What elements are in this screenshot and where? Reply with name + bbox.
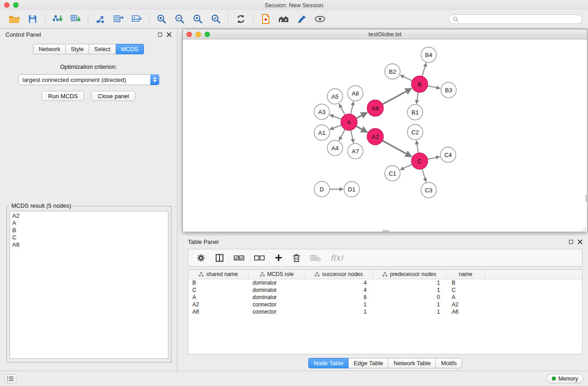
zoom-in-button[interactable] [153,11,171,27]
column-header-name[interactable]: name [446,270,485,279]
table-cell[interactable]: A [446,294,485,300]
graph-edge-A-A2[interactable] [356,126,368,133]
select-all-columns-button[interactable] [234,253,244,262]
graph-edge-C-C1[interactable] [400,164,412,170]
close-panel-button[interactable]: Close panel [91,91,135,101]
table-cell[interactable]: B [446,280,485,286]
tab-style[interactable]: Style [66,44,89,54]
export-table-button[interactable] [110,11,128,27]
graph-edge-A6-B[interactable] [382,89,412,105]
table-cell[interactable]: dominator [249,294,305,300]
zoom-fit-button[interactable] [189,11,207,27]
show-hide-button[interactable] [311,11,329,27]
graph-edge-A-A5[interactable] [339,104,345,115]
open-session-button[interactable] [5,11,24,27]
graph-node-C2[interactable]: C2 [407,124,423,140]
search-input[interactable] [461,16,578,22]
graph-node-A5[interactable]: A5 [327,89,343,104]
graph-node-A8[interactable]: A8 [348,86,363,101]
graph-node-A[interactable]: A [341,114,357,130]
network-canvas-svg[interactable]: B4B2BB3A5A8A6A3B1AA1C2A2A4A7C4CC1DD1C3 [183,40,587,232]
tab-select[interactable]: Select [89,44,116,54]
column-header-shared-name[interactable]: shared name [188,270,249,279]
graph-node-B4[interactable]: B4 [421,47,436,62]
result-item[interactable]: B [12,227,166,234]
export-network-button[interactable] [91,11,110,27]
zoom-window-icon[interactable] [13,2,19,8]
table-cell[interactable]: A [188,294,249,300]
graph-node-C4[interactable]: C4 [440,147,456,162]
table-cell[interactable]: 0 [373,294,446,300]
graph-edge-A-A7[interactable] [351,130,354,143]
tab-motifs[interactable]: Motifs [436,358,462,368]
graph-edge-B-B4[interactable] [422,63,426,76]
create-column-button[interactable] [274,253,283,262]
tab-edge-table[interactable]: Edge Table [349,358,388,368]
table-row[interactable]: Bdominator41B [188,279,582,286]
import-network-button[interactable] [48,11,67,27]
column-header-mcds-role[interactable]: MCDS role [249,270,305,279]
table-cell[interactable]: 1 [373,280,446,286]
column-header-predecessor-nodes[interactable]: predecessor nodes [373,270,446,279]
show-columns-button[interactable] [215,253,224,262]
graph-node-C3[interactable]: C3 [421,182,436,198]
graph-edge-A2-C[interactable] [382,141,412,157]
table-cell[interactable]: connector [249,309,305,315]
graph-edge-A-A1[interactable] [330,125,341,129]
close-panel-icon[interactable] [167,32,172,37]
graph-node-D1[interactable]: D1 [344,181,359,197]
tab-mcds[interactable]: MCDS [116,44,143,54]
network-canvas[interactable]: B4B2BB3A5A8A6A3B1AA1C2A2A4A7C4CC1DD1C3 [183,40,587,232]
table-cell[interactable]: connector [249,301,305,308]
float-table-panel-icon[interactable] [569,240,573,244]
table-cell[interactable]: dominator [249,280,305,286]
graph-edge-B-B3[interactable] [428,86,440,89]
table-row[interactable]: Adominator80A [188,294,582,301]
annotation-button[interactable] [293,11,311,27]
table-cell[interactable]: C [188,287,249,293]
zoom-out-button[interactable] [171,11,189,27]
run-mcds-button[interactable]: Run MCDS [42,91,84,101]
float-panel-icon[interactable] [158,33,162,37]
table-row[interactable]: Cdominator41C [188,286,582,294]
graph-node-D[interactable]: D [314,181,330,197]
table-cell[interactable]: A6 [446,309,485,315]
zoom-network-window-icon[interactable] [205,32,210,37]
memory-button[interactable]: Memory [546,374,583,383]
graph-edge-B-B1[interactable] [416,92,418,104]
tab-network-table[interactable]: Network Table [388,358,436,368]
search-box[interactable] [449,14,583,24]
table-cell[interactable]: 4 [305,280,373,286]
first-neighbors-button[interactable] [257,11,275,27]
apply-layout-button[interactable] [232,11,250,27]
delete-column-button[interactable] [292,253,301,262]
export-image-button[interactable] [128,11,146,27]
table-row[interactable]: A6connector11A6 [188,308,582,315]
delete-table-button[interactable] [310,253,321,262]
mcds-result-list[interactable]: A2ABCA6 [10,211,168,359]
select-stepper-icon[interactable] [150,74,159,85]
graph-node-B1[interactable]: B1 [407,105,423,120]
table-cell[interactable]: C [446,287,485,293]
close-table-panel-icon[interactable] [578,239,583,244]
deselect-all-columns-button[interactable] [254,253,265,262]
graph-node-B3[interactable]: B3 [441,82,456,98]
result-item[interactable]: A [12,219,166,227]
table-cell[interactable]: 1 [373,287,446,293]
import-table-button[interactable] [67,11,85,27]
graph-edge-A-A6[interactable] [356,112,367,118]
minimize-network-window-icon[interactable] [196,32,201,37]
home-button[interactable] [275,11,293,27]
table-settings-button[interactable] [196,253,206,262]
close-network-window-icon[interactable] [186,32,192,37]
table-cell[interactable]: 1 [373,301,446,308]
horizontal-scrollbar-thumb[interactable] [382,230,389,232]
vertical-scrollbar-thumb[interactable] [585,195,587,202]
graph-edge-A-A4[interactable] [339,129,345,140]
graph-edge-C-C2[interactable] [416,141,418,153]
graph-node-A3[interactable]: A3 [314,104,330,119]
graph-node-A1[interactable]: A1 [314,125,330,140]
tab-node-table[interactable]: Node Table [308,358,349,368]
table-cell[interactable]: 4 [305,287,373,293]
graph-edge-C-C4[interactable] [428,157,440,159]
